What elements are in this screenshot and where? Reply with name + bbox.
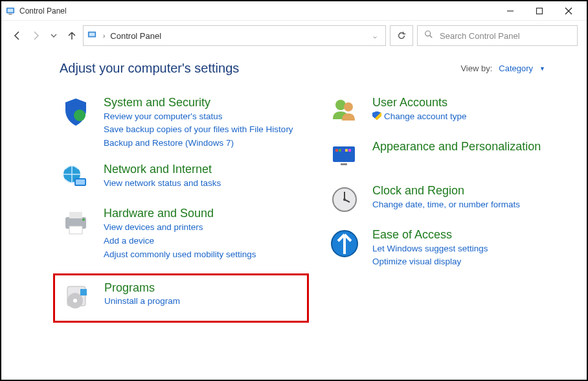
highlighted-region: Programs Uninstall a program	[53, 273, 309, 323]
svg-rect-8	[89, 33, 95, 36]
view-by-control[interactable]: View by: Category ▼	[460, 64, 545, 73]
category-link[interactable]: Change date, time, or number formats	[372, 198, 571, 212]
category-link[interactable]: Change account type	[372, 110, 571, 124]
category-link[interactable]: Backup and Restore (Windows 7)	[104, 137, 302, 150]
category-title[interactable]: Ease of Access	[372, 228, 452, 241]
category-link[interactable]: Adjust commonly used mobility settings	[104, 248, 302, 262]
monitor-colors-icon	[328, 139, 361, 172]
svg-point-11	[74, 110, 85, 121]
svg-point-18	[82, 218, 85, 221]
category-clock-region: Clock and Region Change date, time, or n…	[328, 183, 571, 216]
maximize-button[interactable]	[525, 2, 554, 20]
svg-rect-17	[69, 226, 82, 234]
category-ease-of-access: Ease of Access Let Windows suggest setti…	[328, 227, 571, 269]
svg-rect-2	[8, 14, 12, 14]
category-link[interactable]: Review your computer's status	[104, 110, 302, 124]
svg-rect-28	[342, 149, 345, 152]
navigation-bar: › Control Panel ⌵	[1, 21, 587, 51]
content-area: Adjust your computer's settings View by:…	[1, 51, 587, 333]
svg-rect-29	[345, 149, 348, 152]
caret-down-icon: ▼	[539, 65, 545, 72]
minimize-button[interactable]	[495, 2, 525, 20]
category-link[interactable]: Let Windows suggest settings	[372, 242, 571, 256]
category-link[interactable]: Optimize visual display	[372, 255, 571, 269]
printer-icon	[60, 206, 92, 238]
svg-rect-30	[348, 149, 351, 152]
globe-network-icon	[60, 162, 92, 194]
svg-point-9	[425, 31, 431, 36]
page-heading: Adjust your computer's settings	[60, 61, 239, 76]
category-title[interactable]: Clock and Region	[372, 184, 464, 197]
category-link[interactable]: Save backup copies of your files with Fi…	[104, 123, 302, 137]
category-title[interactable]: Appearance and Personalization	[372, 140, 541, 153]
search-input[interactable]	[440, 31, 571, 41]
view-by-mode: Category	[499, 64, 533, 73]
category-link[interactable]: Add a device	[104, 235, 302, 248]
shield-icon	[60, 95, 92, 128]
address-path: Control Panel	[110, 31, 363, 41]
user-accounts-icon	[328, 95, 361, 128]
category-link[interactable]: View devices and printers	[104, 221, 302, 235]
category-title[interactable]: Hardware and Sound	[104, 207, 214, 220]
window-title: Control Panel	[19, 6, 495, 16]
svg-rect-27	[339, 149, 341, 152]
category-appearance-personalization: Appearance and Personalization	[328, 139, 571, 172]
svg-rect-25	[333, 146, 355, 162]
clock-icon	[328, 183, 361, 216]
svg-rect-31	[341, 163, 347, 165]
back-button[interactable]	[10, 29, 25, 43]
category-link[interactable]: View network status and tasks	[104, 177, 302, 190]
category-title[interactable]: Network and Internet	[104, 163, 212, 176]
svg-line-10	[430, 36, 433, 38]
category-title[interactable]: System and Security	[104, 96, 210, 109]
category-title[interactable]: User Accounts	[372, 96, 447, 109]
search-icon	[424, 30, 433, 41]
category-programs: Programs Uninstall a program	[60, 281, 302, 313]
address-bar[interactable]: › Control Panel ⌵	[83, 25, 386, 46]
category-link[interactable]: Uninstall a program	[104, 295, 302, 308]
svg-point-35	[343, 198, 346, 201]
svg-rect-4	[536, 8, 542, 14]
view-by-label: View by:	[460, 64, 492, 73]
chevron-right-icon: ›	[103, 32, 105, 40]
category-system-security: System and Security Review your computer…	[60, 95, 302, 150]
svg-rect-1	[8, 8, 14, 12]
category-title[interactable]: Programs	[104, 281, 155, 294]
close-button[interactable]	[554, 2, 583, 20]
category-hardware-sound: Hardware and Sound View devices and prin…	[60, 206, 302, 261]
control-panel-system-icon	[5, 6, 16, 16]
category-network-internet: Network and Internet View network status…	[60, 162, 302, 194]
titlebar: Control Panel	[1, 1, 587, 21]
svg-rect-26	[335, 149, 338, 152]
right-column: User Accounts Change account type Appear…	[328, 95, 571, 323]
search-box[interactable]	[417, 25, 578, 46]
svg-point-24	[344, 102, 353, 111]
svg-rect-22	[80, 289, 87, 295]
recent-dropdown-button[interactable]	[47, 29, 61, 43]
refresh-button[interactable]	[390, 25, 413, 46]
control-panel-icon	[87, 30, 98, 41]
svg-point-21	[73, 299, 77, 303]
ease-of-access-icon	[328, 227, 361, 260]
forward-button[interactable]	[28, 29, 43, 43]
programs-disc-icon	[60, 281, 93, 313]
up-button[interactable]	[65, 29, 79, 43]
left-column: System and Security Review your computer…	[60, 95, 302, 323]
address-dropdown-button[interactable]: ⌵	[368, 32, 381, 40]
svg-rect-16	[69, 212, 82, 218]
svg-rect-14	[76, 179, 85, 185]
category-user-accounts: User Accounts Change account type	[328, 95, 571, 128]
